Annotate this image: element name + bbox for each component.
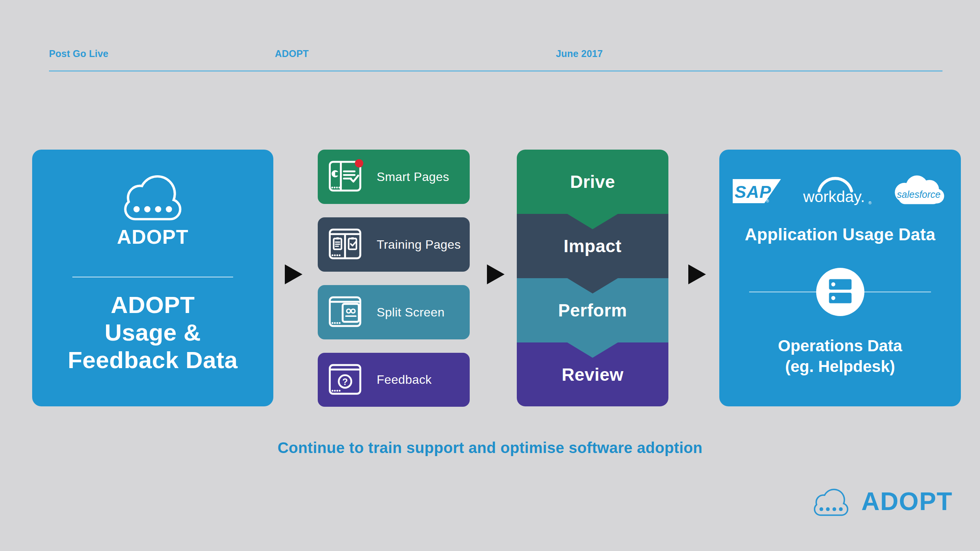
operations-graphic bbox=[719, 267, 961, 317]
feature-split-screen: Split Screen bbox=[318, 285, 470, 339]
caption-text: Continue to train support and optimise s… bbox=[0, 439, 980, 456]
feature-smart-pages: Smart Pages bbox=[318, 150, 470, 204]
card-divider bbox=[72, 277, 233, 277]
cloud-icon bbox=[811, 485, 851, 517]
feature-label: Smart Pages bbox=[377, 170, 449, 184]
feature-feedback: ? Feedback bbox=[318, 353, 470, 407]
timeline-label-adopt: ADOPT bbox=[275, 48, 309, 59]
left-card-title: ADOPT Usage & Feedback Data bbox=[32, 291, 273, 374]
workday-logo: workday. ® bbox=[795, 174, 876, 207]
adopt-usage-feedback-card: ADOPT ADOPT Usage & Feedback Data bbox=[32, 150, 273, 406]
notification-dot bbox=[355, 159, 363, 168]
sap-logo: SAP ® bbox=[733, 179, 781, 203]
vendor-logos-row: SAP ® workday. ® salesforce bbox=[719, 172, 961, 210]
svg-text:®: ® bbox=[766, 199, 769, 203]
flow-arrow-icon bbox=[688, 264, 706, 284]
feature-label: Training Pages bbox=[377, 238, 461, 252]
server-icon bbox=[815, 267, 865, 317]
timeline-rule bbox=[49, 70, 942, 72]
timeline-label-post-go-live: Post Go Live bbox=[49, 48, 108, 59]
slide-canvas: Post Go Live ADOPT June 2017 ADOPT ADOPT… bbox=[0, 0, 980, 551]
feedback-icon: ? bbox=[328, 362, 366, 398]
adopt-brand-label: ADOPT bbox=[32, 225, 273, 248]
training-pages-icon bbox=[328, 227, 366, 262]
flow-arrow-icon bbox=[285, 264, 302, 284]
feature-label: Feedback bbox=[377, 373, 432, 387]
application-usage-data-title: Application Usage Data bbox=[719, 225, 961, 244]
svg-text:®: ® bbox=[868, 201, 871, 205]
stage-drive: Drive bbox=[517, 150, 668, 214]
svg-text:salesforce: salesforce bbox=[897, 189, 941, 200]
salesforce-logo: salesforce bbox=[890, 172, 948, 210]
adopt-footer-logo: ADOPT bbox=[811, 485, 953, 517]
footer-brand-label: ADOPT bbox=[861, 487, 953, 516]
stage-stack: Drive Impact Perform Review bbox=[517, 150, 668, 406]
svg-text:?: ? bbox=[342, 377, 348, 386]
split-screen-icon bbox=[328, 294, 366, 330]
cloud-icon bbox=[119, 170, 186, 222]
operations-data-label: Operations Data (eg. Helpdesk) bbox=[719, 336, 961, 377]
svg-text:workday.: workday. bbox=[803, 188, 865, 205]
timeline-label-date: June 2017 bbox=[556, 48, 603, 59]
feature-label: Split Screen bbox=[377, 305, 444, 320]
flow-arrow-icon bbox=[487, 264, 505, 284]
feature-training-pages: Training Pages bbox=[318, 217, 470, 272]
application-operations-data-card: SAP ® workday. ® salesforce Application … bbox=[719, 150, 961, 406]
smart-pages-icon bbox=[328, 159, 366, 195]
